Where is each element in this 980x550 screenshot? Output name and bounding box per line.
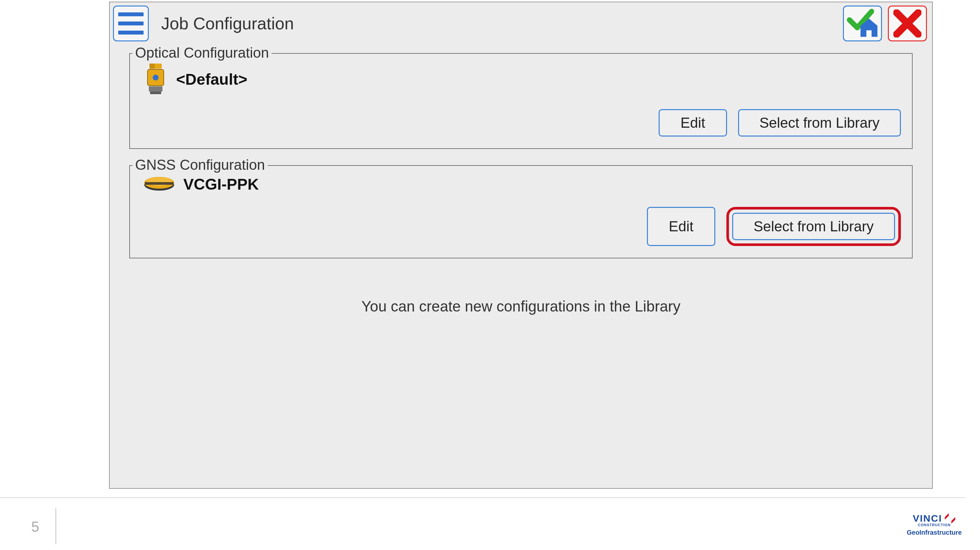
svg-rect-12	[145, 182, 173, 185]
footer-divider	[0, 497, 965, 498]
svg-point-6	[153, 75, 159, 80]
gnss-edit-button[interactable]: Edit	[647, 207, 715, 246]
gnss-receiver-icon	[143, 175, 175, 193]
gnss-config-value: VCGI-PPK	[183, 175, 259, 193]
svg-rect-7	[149, 86, 162, 92]
page-title: Job Configuration	[161, 14, 843, 33]
close-icon	[893, 10, 921, 37]
optical-select-library-button[interactable]: Select from Library	[738, 109, 901, 137]
svg-rect-8	[150, 92, 161, 94]
accept-home-button[interactable]	[843, 6, 882, 41]
optical-button-row: Edit Select from Library	[140, 109, 902, 137]
check-home-icon	[846, 9, 879, 38]
header-actions	[843, 6, 927, 41]
brand-arrows-icon	[944, 513, 956, 524]
menu-button[interactable]	[113, 6, 149, 41]
brand-top-row: VINCI	[907, 513, 962, 524]
header-row: Job Configuration	[110, 2, 932, 45]
hamburger-icon	[118, 21, 143, 26]
hamburger-icon	[118, 30, 143, 35]
gnss-config-group: GNSS Configuration VCGI-PPK Edit Select …	[129, 165, 913, 258]
optical-config-value: <Default>	[176, 70, 247, 88]
optical-edit-button[interactable]: Edit	[659, 109, 727, 137]
brand-logo: VINCI CONSTRUCTION GeoInfrastructure	[907, 513, 962, 536]
optical-legend: Optical Configuration	[132, 45, 272, 61]
svg-rect-3	[150, 64, 155, 69]
library-hint-text: You can create new configurations in the…	[110, 298, 932, 315]
total-station-icon	[143, 63, 168, 96]
gnss-select-library-button[interactable]: Select from Library	[732, 213, 895, 240]
hamburger-icon	[118, 13, 143, 16]
brand-subtitle-2: GeoInfrastructure	[907, 529, 962, 536]
optical-config-group: Optical Configuration <Default> Edit Sel…	[129, 53, 913, 149]
optical-config-row: <Default>	[140, 63, 902, 96]
page-number: 5	[31, 519, 39, 535]
page-number-divider	[55, 508, 56, 544]
gnss-button-row: Edit Select from Library	[140, 207, 902, 246]
highlight-annotation: Select from Library	[726, 207, 901, 246]
brand-name: VINCI	[913, 513, 942, 524]
cancel-button[interactable]	[888, 6, 927, 41]
app-window: Job Configuration Optical Config	[109, 2, 933, 489]
slide-container: Job Configuration Optical Config	[0, 0, 980, 550]
gnss-config-row: VCGI-PPK	[140, 175, 902, 193]
gnss-legend: GNSS Configuration	[132, 157, 267, 173]
